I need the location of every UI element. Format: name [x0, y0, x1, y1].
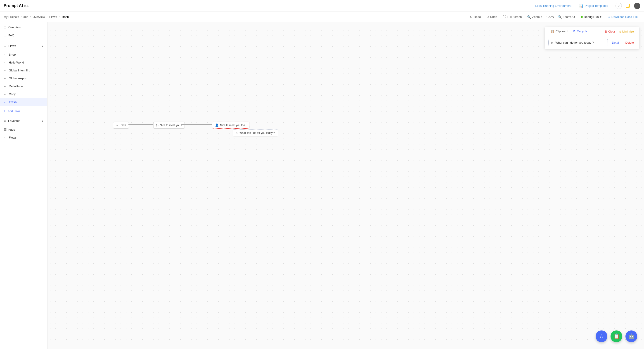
sidebar-item-faq[interactable]: ☰ FAQ [0, 31, 47, 39]
flows-section-header[interactable]: ↔ Flows ▲ [0, 42, 47, 50]
project-templates-btn[interactable]: 📊 Project Templates [579, 3, 608, 8]
zoomout-button[interactable]: 🔍 ZoomOut [556, 14, 577, 20]
panel-item-box: ▷ What can I do for you today ? [548, 39, 608, 46]
detail-button[interactable]: Detail [610, 40, 621, 45]
debug-run-button[interactable]: Debug Run ▾ [578, 14, 604, 20]
zoomin-button[interactable]: 🔍 ZoomIn [525, 14, 544, 20]
nav-separator [575, 3, 575, 8]
what-can-node-label: What can I do for you today ? [240, 131, 275, 134]
undo-label: Undo [490, 15, 497, 18]
download-label: Download Rasa File [612, 15, 638, 18]
breadcrumb-current: Trash [62, 15, 69, 18]
breadcrumb-sep-4: / [59, 15, 60, 18]
global-respon-flow-icon: ↔ [4, 76, 7, 80]
robot-fab[interactable]: 🤖 [626, 331, 637, 342]
flows-header-icon: ↔ [4, 44, 6, 48]
sidebar-item-hello-world-label: Hello World [9, 61, 24, 64]
sidebar-item-global-respon[interactable]: ↔ Global respon... [0, 74, 47, 82]
flow-node-nice-meet[interactable]: ▷ Nice to meet you ! [153, 122, 185, 129]
trash-node-box[interactable]: ⌂ Trash [113, 122, 129, 129]
recycle-tab[interactable]: ♻ Recycle [570, 27, 590, 36]
sidebar-item-copy[interactable]: ↔ Copy [0, 90, 47, 98]
favorites-section-header[interactable]: ☆ Favorites ▲ [0, 117, 47, 125]
clear-button[interactable]: 🗑 Clear [602, 29, 617, 34]
sidebar-divider-2 [0, 116, 47, 116]
download-button[interactable]: ⬇ Download Rasa File [605, 14, 640, 20]
debug-dot [581, 16, 583, 18]
what-can-node-box[interactable]: ▷ What can I do for you today ? [233, 129, 278, 136]
help-button[interactable]: ? [616, 3, 622, 9]
fullscreen-button[interactable]: ⛶ Full Screen [500, 14, 524, 20]
overview-icon: ⊞ [4, 25, 6, 29]
breadcrumb: My Projects / doc / Overview / Flows / T… [4, 15, 69, 18]
canvas-area[interactable]: ⌂ Trash ▷ Nice to meet you ! 👤 Nice to m… [48, 22, 644, 349]
sidebar-item-faqs-label: Faqs [8, 128, 15, 131]
local-env-link[interactable]: Local Running Environment [535, 4, 572, 7]
favorites-header-icon: ☆ [4, 119, 6, 122]
clip-icon: 📋 [614, 334, 620, 339]
sidebar-item-hello-world[interactable]: ↔ Hello World [0, 58, 47, 66]
clipboard-fab[interactable]: 📋 [610, 331, 622, 342]
sidebar-item-redo-undo-label: RedoUndo [9, 84, 23, 88]
clipboard-tab[interactable]: 📋 Clipboard [548, 27, 570, 36]
star-fab[interactable]: ☆ [596, 331, 607, 342]
recycle-panel: 📋 Clipboard ♻ Recycle 🗑 Clear ⊘ Minimize [544, 27, 640, 49]
breadcrumb-flows[interactable]: Flows [49, 15, 57, 18]
delete-button[interactable]: Delete [624, 40, 636, 45]
project-templates-label: Project Templates [585, 4, 608, 7]
minimize-label: Minimize [622, 30, 634, 33]
nice-meet-too-node-box[interactable]: 👤 Nice to meet you too ! [212, 122, 250, 129]
flow-node-nice-meet-too[interactable]: 👤 Nice to meet you too ! [212, 122, 250, 129]
sidebar-item-flows-fav-label: Flows [9, 136, 16, 139]
debug-run-label: Debug Run [584, 15, 599, 18]
clipboard-tab-label: Clipboard [556, 30, 568, 33]
sidebar-item-overview[interactable]: ⊞ Overview [0, 23, 47, 31]
nice-meet-node-label: Nice to meet you ! [160, 124, 182, 127]
chart-icon: 📊 [579, 3, 584, 8]
undo-button[interactable]: ↺ Undo [484, 14, 500, 20]
minimize-button[interactable]: ⊘ Minimize [617, 29, 636, 34]
sidebar-item-flows-fav[interactable]: ↔ Flows [0, 134, 47, 141]
sidebar-item-redo-undo[interactable]: ↔ RedoUndo [0, 82, 47, 90]
breadcrumb-doc[interactable]: doc [24, 15, 28, 18]
star-icon: ☆ [599, 334, 604, 339]
redo-undo-flow-icon: ↔ [4, 84, 7, 88]
flows-list: ↔ Shop ↔ Hello World ↔ Global intent fl.… [0, 50, 47, 107]
copy-flow-icon: ↔ [4, 92, 7, 96]
sidebar-item-global-intent[interactable]: ↔ Global intent fl... [0, 66, 47, 74]
sidebar-section-main: ⊞ Overview ☰ FAQ [0, 22, 47, 40]
fullscreen-icon: ⛶ [503, 15, 506, 19]
panel-item-text: What can I do for you today ? [555, 41, 594, 44]
flows-fav-icon: ↔ [4, 136, 7, 139]
chevron-down-icon: ▾ [600, 15, 602, 18]
sidebar-item-trash[interactable]: ↔ Trash [0, 98, 47, 106]
panel-item-icon: ▷ [551, 41, 554, 44]
fab-container: ☆ 📋 🤖 [596, 331, 637, 342]
trash-node-label: Trash [119, 124, 126, 127]
add-flow-button[interactable]: + Add Flow [0, 107, 47, 115]
conn-2 [181, 124, 212, 125]
nice-meet-too-node-label: Nice to meet you too ! [220, 124, 246, 127]
canvas-grid [48, 22, 644, 349]
flow-step-icon: ▷ [156, 123, 158, 127]
redo-button[interactable]: ↻ Redo [468, 14, 483, 20]
download-icon: ⬇ [608, 15, 610, 18]
theme-toggle[interactable]: 🌙 [626, 3, 630, 8]
breadcrumb-overview[interactable]: Overview [32, 15, 45, 18]
breadcrumb-my-projects[interactable]: My Projects [4, 15, 19, 18]
sidebar-item-faqs[interactable]: ☰ Faqs [0, 125, 47, 134]
user-avatar[interactable] [634, 3, 640, 9]
fullscreen-label: Full Screen [507, 15, 522, 18]
sidebar-item-shop[interactable]: ↔ Shop [0, 51, 47, 58]
undo-icon: ↺ [486, 15, 489, 19]
hello-world-flow-icon: ↔ [4, 60, 7, 64]
favorites-header-label: Favorites [8, 119, 20, 122]
flow-node-what-can[interactable]: ▷ What can I do for you today ? [233, 129, 278, 136]
nice-meet-node-box[interactable]: ▷ Nice to meet you ! [153, 122, 185, 129]
sidebar-item-faq-label: FAQ [8, 34, 14, 37]
sidebar-item-global-intent-label: Global intent fl... [9, 69, 30, 72]
flow-node-trash[interactable]: ⌂ Trash [113, 122, 129, 129]
clipboard-icon: 📋 [550, 30, 554, 33]
sidebar: ⊞ Overview ☰ FAQ ↔ Flows ▲ ↔ Shop ↔ Hell… [0, 22, 48, 349]
user-icon: 👤 [215, 123, 219, 127]
